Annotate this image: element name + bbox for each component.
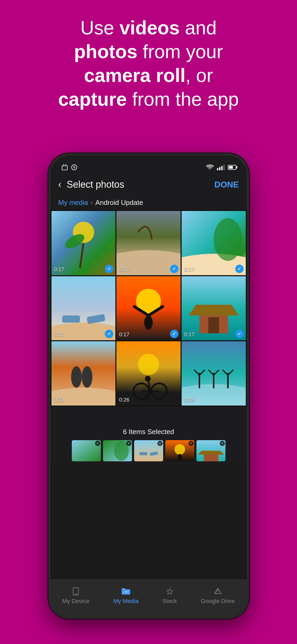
svg-point-24 (82, 366, 92, 388)
photo-item-2[interactable]: 0:17 (116, 211, 181, 275)
photo-duration-4: 0:17 (54, 332, 64, 338)
status-right-icons (206, 164, 236, 170)
thumb-item-3[interactable]: × (134, 440, 163, 461)
header-camera-roll: camera roll (84, 65, 185, 86)
thumb-remove-4[interactable]: × (188, 441, 194, 446)
svg-line-41 (228, 370, 233, 375)
svg-point-49 (175, 444, 185, 455)
svg-line-5 (80, 243, 83, 268)
svg-rect-7 (116, 211, 181, 275)
photo-thumbnail-4 (51, 276, 116, 341)
photo-item-4[interactable]: 0:17 (51, 276, 116, 341)
battery-icon (228, 165, 236, 170)
tab-my-media[interactable]: My Media (113, 587, 138, 605)
svg-rect-21 (208, 317, 219, 333)
photo-duration-7: 0:23 (54, 397, 64, 403)
photo-check-1 (105, 265, 113, 273)
thumb-remove-1[interactable]: × (95, 441, 100, 446)
svg-marker-52 (198, 451, 224, 455)
photo-check-6 (235, 330, 244, 338)
photo-item-3[interactable]: 0:17 (182, 211, 246, 275)
svg-point-9 (214, 218, 242, 261)
header-capture: capture (58, 89, 127, 110)
header-line2-post: from your (137, 41, 223, 62)
svg-point-27 (134, 383, 149, 399)
svg-rect-0 (62, 166, 67, 170)
photo-thumbnail-7 (51, 341, 116, 406)
phone-frame: S (48, 153, 249, 619)
phone-screen: S (50, 155, 247, 617)
svg-point-26 (138, 354, 159, 375)
thumb-item-5[interactable]: × (196, 440, 225, 461)
header-line1-post: and (180, 17, 217, 38)
photo-item-9[interactable]: 0:08 (182, 341, 246, 406)
svg-marker-57 (167, 588, 173, 594)
breadcrumb-separator: › (91, 199, 93, 206)
svg-line-30 (148, 381, 150, 391)
svg-line-37 (208, 370, 214, 375)
photo-thumbnail-2 (116, 211, 181, 275)
photo-thumbnail-9 (182, 341, 246, 406)
photo-grid: 0:17 (50, 210, 247, 407)
tab-google-drive[interactable]: Google Drive (201, 587, 235, 605)
photo-duration-9: 0:08 (184, 397, 195, 403)
thumb-item-2[interactable]: × (103, 440, 132, 461)
back-button[interactable]: ‹ (58, 179, 62, 190)
signal-icon (217, 164, 225, 170)
thumb-item-1[interactable]: × (72, 440, 101, 461)
photo-item-5[interactable]: 0:17 (116, 276, 181, 341)
tab-my-device[interactable]: My Device (62, 587, 89, 605)
svg-line-17 (148, 306, 163, 315)
svg-point-4 (73, 222, 94, 243)
header-line3-post: , or (186, 65, 213, 86)
photo-item-8[interactable]: 0:26 (116, 341, 181, 406)
status-bar: S (50, 155, 247, 174)
photo-item-1[interactable]: 0:17 (51, 211, 116, 275)
svg-rect-20 (199, 315, 228, 333)
side-button (247, 266, 249, 288)
s-icon: S (71, 164, 77, 171)
thumb-remove-3[interactable]: × (157, 441, 163, 446)
tab-stock[interactable]: Stock (162, 587, 177, 605)
header-photos: photos (74, 41, 137, 62)
spacer (50, 407, 247, 422)
photo-duration-3: 0:17 (184, 266, 195, 273)
svg-point-28 (151, 383, 167, 399)
tab-stock-label: Stock (162, 598, 177, 605)
svg-rect-12 (86, 314, 105, 324)
photo-item-6[interactable]: 0:17 (182, 276, 246, 341)
svg-rect-46 (139, 452, 147, 455)
breadcrumb: My media › Android Update (50, 195, 247, 210)
svg-point-50 (178, 454, 182, 461)
svg-rect-3 (51, 211, 116, 275)
selected-count: 6 Items Selected (58, 428, 239, 436)
photo-duration-6: 0:17 (184, 332, 195, 338)
svg-rect-10 (51, 276, 116, 341)
photo-item-7[interactable]: 0:23 (51, 341, 116, 406)
photo-check-3 (235, 265, 244, 273)
tab-bar: My Device My Media (50, 579, 247, 617)
svg-rect-22 (51, 341, 116, 406)
svg-point-15 (144, 315, 153, 330)
tab-my-device-label: My Device (62, 598, 89, 605)
svg-point-23 (71, 366, 82, 388)
header-line1-pre: Use (80, 17, 119, 38)
google-drive-icon (212, 587, 224, 596)
svg-marker-19 (189, 305, 239, 315)
photo-duration-5: 0:17 (119, 332, 129, 338)
photo-check-5 (170, 330, 178, 338)
done-button[interactable]: DONE (214, 180, 239, 190)
thumb-item-4[interactable]: × (165, 440, 194, 461)
header-videos: videos (119, 17, 180, 38)
photo-check-4 (105, 330, 113, 338)
breadcrumb-link[interactable]: My media (58, 199, 88, 207)
photo-duration-1: 0:17 (54, 266, 64, 273)
svg-rect-53 (204, 455, 218, 461)
tab-google-drive-label: Google Drive (201, 598, 235, 605)
svg-rect-8 (182, 211, 246, 275)
svg-line-40 (223, 370, 228, 375)
thumb-remove-5[interactable]: × (220, 441, 225, 446)
photo-thumbnail-3 (182, 211, 246, 275)
svg-line-34 (194, 370, 199, 375)
thumb-remove-2[interactable]: × (126, 441, 131, 446)
